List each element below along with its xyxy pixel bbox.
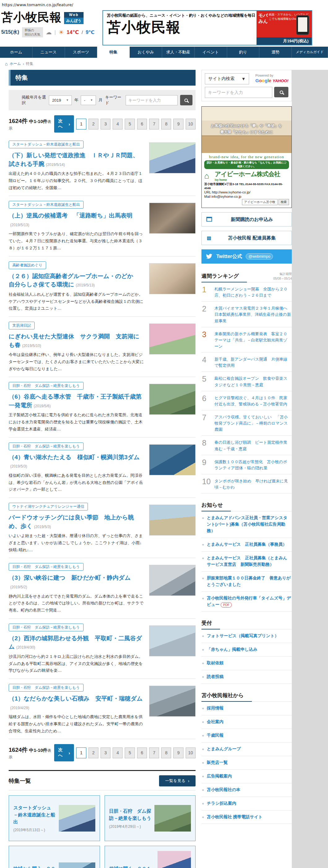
page-button-7[interactable]: 7 <box>149 119 159 129</box>
year-select[interactable]: 2019▼ <box>49 95 72 105</box>
page-button-6[interactable]: 6 <box>137 119 147 129</box>
article-tag[interactable]: 日胆・石狩 ダム探訪－絶景を楽しもう <box>9 382 84 390</box>
article-tag[interactable]: スタートダッシュ－鈴木道政誕生と船出 <box>9 141 84 148</box>
sidebar-search-input[interactable] <box>205 87 272 98</box>
nav-item-medical-guide[interactable]: メディカルガイド <box>292 46 328 58</box>
ranking-item[interactable]: 6ヒグマ目撃相次ぐ、４月は１０件 民家付近も出没、警戒強める－苫小牧署管内 <box>201 391 292 410</box>
article-tag[interactable]: 日胆・石狩 ダム探訪－絶景を楽しもう <box>9 624 84 631</box>
article-tag[interactable]: ウトナイ湖サンクチュアリレンジャー通信 <box>9 503 88 510</box>
company-link-item[interactable]: ◆採用情報 <box>201 702 292 715</box>
month-select[interactable]: -▼ <box>81 95 96 105</box>
reception-item[interactable]: ◆「赤ちゃん」掲載申し込み <box>201 643 292 657</box>
nav-item-feature[interactable]: 特集 <box>97 46 130 58</box>
article-title-link[interactable]: （3）深い峡谷に建つ 新ひだか町・静内ダム(2019/5/2) <box>9 574 144 590</box>
page-button-8[interactable]: 8 <box>161 119 171 129</box>
ranking-item[interactable]: 8春の日差し浴び順調 ビート苗定植作業進む－千歳・恵庭 <box>201 436 292 455</box>
notice-item[interactable]: ◆とまみんサービス 正社員募集（とまみんサービス直営店 新聞販売所勤務） <box>201 552 292 572</box>
page-button-7[interactable]: 7 <box>149 747 159 758</box>
ranking-item[interactable]: 7アスパラ収穫。甘くておいしい 「苫小牧発ブランド商品に」－樽前のロマンス農園 <box>201 410 292 436</box>
breadcrumb-home-link[interactable]: ホーム <box>9 61 21 66</box>
page-button-5[interactable]: 5 <box>125 747 135 758</box>
article-thumbnail[interactable] <box>149 686 196 717</box>
company-link-item[interactable]: ◆広告掲載案内 <box>201 770 292 783</box>
nav-item-obituary[interactable]: おくやみ <box>130 46 162 58</box>
ivyhome-ad[interactable]: お客様の住宅にかける「夢」や「希望」を 最大限「かたち」にするために brand… <box>201 106 292 208</box>
page-button-1[interactable]: 1 <box>76 747 86 758</box>
nav-item-jobs[interactable]: 求人・不動産 <box>162 46 195 58</box>
notice-item[interactable]: ◆とまみんアドバンス正社員・営業アシスタント[パート]募集（苫小牧民報社広告局勤… <box>201 512 292 538</box>
page-button-3[interactable]: 3 <box>101 747 110 758</box>
article-title-link[interactable]: （2）西洋の城郭思わせる外観 平取町・二風谷ダム(2019/4/30) <box>9 634 144 651</box>
company-link-item[interactable]: ◆会社案内 <box>201 715 292 729</box>
company-link-item[interactable]: ◆とまみんグループ <box>201 743 292 756</box>
nav-item-events[interactable]: イベント <box>195 46 227 58</box>
page-button-1[interactable]: 1 <box>76 119 86 129</box>
page-button-9[interactable]: 9 <box>173 119 183 129</box>
article-title-link[interactable]: （上）逆風の候補選考 「退路断ち」出馬表明(2019/5/13) <box>9 211 144 228</box>
reception-item[interactable]: ◆フォトサービス（掲載写真プリント） <box>201 629 292 643</box>
article-thumbnail[interactable] <box>149 143 196 173</box>
search-button[interactable] <box>180 95 192 105</box>
ranking-item[interactable]: 1札幌ラーメンショー開幕 全国から２０店、初日にぎわう－２６日まで <box>201 282 292 302</box>
feature-card[interactable]: スタートダッシュ－鈴木道政誕生と船出 (2019年5月13日～) <box>9 795 100 841</box>
article-tag[interactable]: スタートダッシュ－鈴木道政誕生と船出 <box>9 201 84 209</box>
article-tag[interactable]: 支笏湖日記 <box>9 322 35 330</box>
article-thumbnail[interactable] <box>149 203 196 234</box>
feature-card[interactable]: 日胆・石狩 ダム探訪－絶景を楽しもう (2019年4月29日～) <box>105 795 196 841</box>
article-title-link[interactable]: （4）青い湖水たたえる 様似町・幌満川第3ダム(2019/5/3) <box>9 453 144 470</box>
article-title-link[interactable]: （6）谷底へ走る導水管 千歳市・王子製紙千歳第一発電所(2019/5/6) <box>9 393 144 409</box>
article-tag[interactable]: 日胆・石狩 ダム探訪－絶景を楽しもう <box>9 442 84 450</box>
next-page-button[interactable]: 次へ <box>54 115 74 132</box>
article-tag[interactable]: 高齢者施設めぐり <box>9 261 46 269</box>
company-link-item[interactable]: ◆苫小牧民報社の本 <box>201 783 292 797</box>
ranking-item[interactable]: 2木質バイオマス発電所２３年１月稼働へ 日本製紙勇払事業所、洋紙生産停止後の新規… <box>201 302 292 327</box>
notice-item[interactable]: ◆胆振東部地震１００日募金終了 善意ありがとうございました <box>201 572 292 592</box>
article-thumbnail[interactable] <box>149 444 196 475</box>
ranking-item[interactable]: 10タンポポが咲き始め 早ければ週末に見頃－むかわ <box>201 474 292 494</box>
mobamin-ad-banner[interactable]: 苫小牧民報の紙面から、ニュース・イベント・釣り・おくやみなどの地域情報を毎日！ … <box>103 10 312 45</box>
article-thumbnail[interactable] <box>149 625 196 656</box>
page-button-9[interactable]: 9 <box>173 747 183 758</box>
ranking-item[interactable]: 5島松に複合施設オープン 飲食や音楽スタジオなど１０業態－恵庭 <box>201 372 292 391</box>
article-tag[interactable]: 日胆・石狩 ダム探訪－絶景を楽しもう <box>9 684 84 691</box>
article-title-link[interactable]: （1）なだらかな美しい石積み 安平町・瑞穂ダム(2019/4/29) <box>9 694 144 711</box>
article-thumbnail[interactable] <box>149 505 196 535</box>
article-thumbnail[interactable] <box>149 263 196 294</box>
sidebar-search-button[interactable] <box>274 87 289 97</box>
page-button-2[interactable]: 2 <box>88 119 99 129</box>
page-button-5[interactable]: 5 <box>125 119 135 129</box>
nav-item-fortune[interactable]: 運勢 <box>259 46 292 58</box>
view-all-button[interactable]: 一覧を見る <box>159 775 196 786</box>
nav-item-home[interactable]: ホーム <box>0 46 32 58</box>
article-title-link[interactable]: にぎわい見せた大型連休 サクラ満開 支笏湖にも春(2019/5/10) <box>9 332 144 349</box>
page-button-4[interactable]: 4 <box>113 747 122 758</box>
subscribe-button[interactable]: 🗔 新聞購読のお申込み <box>201 212 292 226</box>
nav-item-sports[interactable]: スポーツ <box>65 46 98 58</box>
reception-item[interactable]: ◆読者投稿 <box>201 670 292 684</box>
notice-item[interactable]: ◆苫小牧民報社の号外発行車「タイムズ号」デビューPDF <box>201 592 292 612</box>
article-title-link[interactable]: バードウオッチングには良い季節 地上から眺め、歩く(2019/5/3) <box>9 513 144 530</box>
company-link-item[interactable]: ◆苫小牧民報社 携帯電話サイト <box>201 810 292 824</box>
ranking-item[interactable]: 3来春開業の新ホテル概要発表 客室２０テーマは「共生」－白老駅北観光商業ゾーン <box>201 327 292 352</box>
site-logo[interactable]: 苫小牧民報 <box>1 11 61 23</box>
page-button-3[interactable]: 3 <box>101 119 110 129</box>
article-title-link[interactable]: （下）新しい発想で道政推進 ＩＲやＪＲ問題、試される手腕(2019/5/14) <box>9 151 144 168</box>
page-button-10[interactable]: 10 <box>186 747 196 758</box>
ranking-item[interactable]: 4新千歳、新アンダーパス開通 片側車線で暫定供用 <box>201 352 292 372</box>
company-link-item[interactable]: ◆千歳民報 <box>201 729 292 743</box>
site-search-scope-select[interactable]: サイト内検索▼ <box>205 73 249 84</box>
article-thumbnail[interactable] <box>149 565 196 596</box>
nav-item-news[interactable]: ニュース <box>32 46 65 58</box>
article-thumbnail[interactable] <box>149 384 196 415</box>
article-thumbnail[interactable] <box>149 323 196 354</box>
company-link-item[interactable]: ◆販売店一覧 <box>201 756 292 770</box>
article-title-link[interactable]: （２６）認知症高齢者グループホーム・のどか 自分らしさ保てる環境に(2019/5… <box>9 272 144 289</box>
nav-item-fishing[interactable]: 釣り <box>227 46 259 58</box>
feature-card[interactable]: 候補に聞く－２０１９道知事選 (2019年3月23日～) <box>105 846 196 868</box>
page-button-6[interactable]: 6 <box>137 747 147 758</box>
article-tag[interactable]: 日胆・石狩 ダム探訪－絶景を楽しもう <box>9 563 84 571</box>
reception-item[interactable]: ◆取材依頼 <box>201 657 292 670</box>
page-button-10[interactable]: 10 <box>186 119 196 129</box>
page-button-8[interactable]: 8 <box>161 747 171 758</box>
company-link-item[interactable]: ◆チラシ折込案内 <box>201 797 292 810</box>
